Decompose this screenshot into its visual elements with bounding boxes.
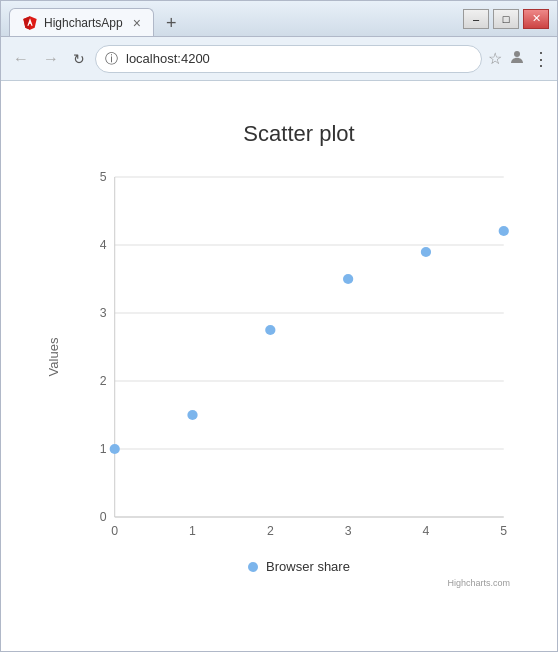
- url-display[interactable]: localhost:4200: [95, 45, 482, 73]
- chart-legend: Browser share: [84, 559, 514, 574]
- data-point-3[interactable]: [343, 274, 353, 284]
- maximize-button[interactable]: □: [493, 9, 519, 29]
- page-content: Scatter plot Values: [1, 81, 557, 651]
- browser-window: HighchartsApp × + – □ ✕ ← → ↻ ⓘ localhos…: [0, 0, 558, 652]
- tab-close-button[interactable]: ×: [133, 16, 141, 30]
- svg-rect-3: [29, 22, 31, 23]
- svg-text:4: 4: [100, 238, 107, 252]
- svg-text:1: 1: [100, 442, 107, 456]
- reload-button[interactable]: ↻: [69, 47, 89, 71]
- svg-text:3: 3: [345, 524, 352, 538]
- svg-text:0: 0: [100, 510, 107, 524]
- active-tab[interactable]: HighchartsApp ×: [9, 8, 154, 36]
- title-bar: HighchartsApp × + – □ ✕: [1, 1, 557, 37]
- user-button[interactable]: [508, 48, 526, 70]
- angular-icon: [22, 15, 38, 31]
- svg-text:2: 2: [100, 374, 107, 388]
- svg-text:0: 0: [111, 524, 118, 538]
- forward-button[interactable]: →: [39, 46, 63, 72]
- window-controls: – □ ✕: [463, 9, 549, 29]
- tab-area: HighchartsApp × +: [9, 1, 455, 36]
- back-button[interactable]: ←: [9, 46, 33, 72]
- data-point-1[interactable]: [187, 410, 197, 420]
- minimize-button[interactable]: –: [463, 9, 489, 29]
- chart-area: Values: [84, 167, 514, 547]
- svg-text:4: 4: [423, 524, 430, 538]
- bookmark-button[interactable]: ☆: [488, 49, 502, 68]
- legend-label: Browser share: [266, 559, 350, 574]
- svg-text:3: 3: [100, 306, 107, 320]
- chart-container: Scatter plot Values: [24, 101, 534, 631]
- address-bar: ← → ↻ ⓘ localhost:4200 ☆ ⋮: [1, 37, 557, 81]
- chart-title: Scatter plot: [84, 121, 514, 147]
- data-point-2[interactable]: [265, 325, 275, 335]
- data-point-4[interactable]: [421, 247, 431, 257]
- address-bar-wrapper[interactable]: ⓘ localhost:4200: [95, 45, 482, 73]
- svg-text:2: 2: [267, 524, 274, 538]
- menu-button[interactable]: ⋮: [532, 48, 549, 70]
- highcharts-credit: Highcharts.com: [84, 578, 514, 588]
- close-button[interactable]: ✕: [523, 9, 549, 29]
- svg-text:1: 1: [189, 524, 196, 538]
- svg-text:5: 5: [100, 170, 107, 184]
- data-point-5[interactable]: [499, 226, 509, 236]
- svg-point-4: [514, 51, 520, 57]
- tab-title: HighchartsApp: [44, 16, 123, 30]
- chart-svg: 0 1 2 3 4 5 0 1 2 3 4 5: [84, 167, 514, 547]
- new-tab-button[interactable]: +: [160, 11, 183, 36]
- data-point-0[interactable]: [110, 444, 120, 454]
- info-icon: ⓘ: [105, 50, 118, 68]
- legend-dot: [248, 562, 258, 572]
- svg-text:5: 5: [500, 524, 507, 538]
- y-axis-label: Values: [46, 338, 61, 377]
